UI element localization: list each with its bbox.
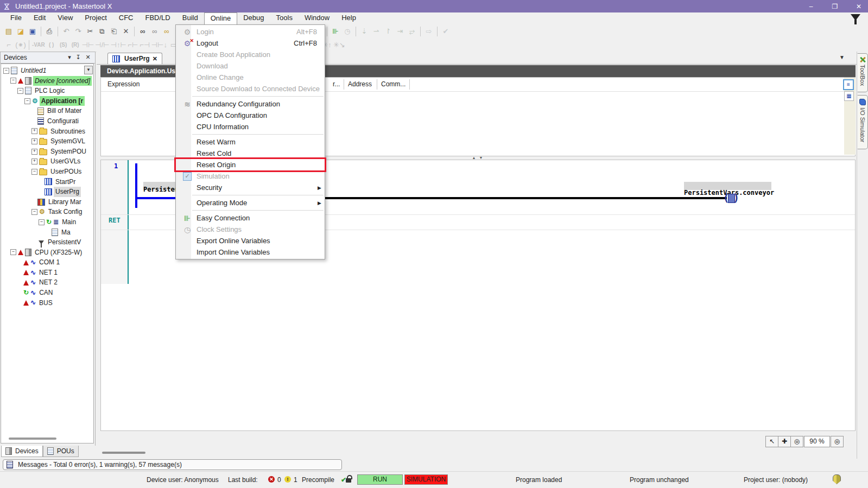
- tab-userprg[interactable]: UserPrg ✕: [107, 53, 162, 64]
- zoom-level-value[interactable]: 90 %: [804, 436, 830, 447]
- tree-item-systemgvl[interactable]: +SystemGVL: [1, 136, 93, 147]
- menu-view[interactable]: View: [52, 12, 79, 24]
- menu-item-reset-warm[interactable]: Reset Warm: [176, 136, 325, 148]
- filter-icon[interactable]: [851, 14, 860, 21]
- panel-menu-icon[interactable]: ▾: [66, 54, 73, 61]
- zoom-fit-button[interactable]: ◎: [831, 436, 844, 447]
- menu-item-export-online-variables[interactable]: Export Online Variables: [176, 235, 325, 246]
- tree-item-systempou[interactable]: +SystemPOU: [1, 147, 93, 157]
- redo-icon[interactable]: ↷: [73, 26, 84, 37]
- tab-close-icon[interactable]: ✕: [153, 55, 157, 62]
- menu-item-import-online-variables[interactable]: Import Online Variables: [176, 246, 325, 258]
- write-values-icon[interactable]: ✔: [440, 26, 451, 37]
- expander-icon[interactable]: −: [10, 249, 16, 255]
- menu-item-cpu-information[interactable]: CPU Information: [176, 121, 325, 132]
- assignment-icon[interactable]: -VAR: [32, 40, 45, 50]
- tree-item-userpous[interactable]: −UserPOUs: [1, 167, 93, 177]
- step-out-icon[interactable]: ↾: [383, 26, 394, 37]
- panel-close-icon[interactable]: ✕: [84, 54, 92, 61]
- rising-edge-contact-icon[interactable]: ⊣↑⊢: [111, 40, 126, 50]
- coil-symbol[interactable]: (): [723, 192, 739, 204]
- menu-help[interactable]: Help: [335, 12, 362, 24]
- expander-icon[interactable]: +: [31, 128, 37, 134]
- menu-debug[interactable]: Debug: [237, 12, 270, 24]
- menu-item-clock-settings[interactable]: ◷Clock Settings: [176, 224, 325, 235]
- expander-icon[interactable]: −: [31, 209, 37, 215]
- column-header-r[interactable]: r...: [333, 80, 340, 88]
- tree-item-subroutines[interactable]: +Subroutines: [1, 126, 93, 137]
- tab-list-dropdown[interactable]: ▼: [839, 54, 845, 60]
- next-statement-icon[interactable]: ⇨: [423, 26, 434, 37]
- menu-item-login[interactable]: ⚙LoginAlt+F8: [176, 26, 325, 37]
- messages-summary[interactable]: Messages - Total 0 error(s), 1 warning(s…: [3, 459, 342, 470]
- menu-item-opc-da-configuration[interactable]: OPC DA Configuration: [176, 110, 325, 121]
- restore-button[interactable]: ❐: [830, 3, 840, 10]
- cursor-tool-button[interactable]: ↖: [765, 436, 778, 447]
- expander-icon[interactable]: −: [39, 219, 45, 225]
- print-icon[interactable]: ⎙: [44, 26, 55, 37]
- column-header-comm[interactable]: Comm...: [381, 80, 406, 88]
- paste-icon[interactable]: ⎗: [109, 26, 119, 37]
- comment-icon[interactable]: (⁕): [15, 40, 26, 50]
- expander-icon[interactable]: −: [31, 169, 37, 175]
- network-icon[interactable]: ⌐: [3, 40, 14, 50]
- menu-item-redundancy-configuration[interactable]: ≋Redundancy Configuration: [176, 98, 325, 110]
- expander-icon[interactable]: +: [31, 159, 37, 164]
- tree-item-com-1[interactable]: ∿COM 1: [1, 257, 93, 268]
- menu-item-reset-cold[interactable]: Reset Cold: [176, 148, 325, 159]
- menu-tools[interactable]: Tools: [270, 12, 299, 24]
- step-over-icon[interactable]: ⇣: [359, 26, 370, 37]
- menu-item-create-boot-application[interactable]: Create Boot Application: [176, 49, 325, 60]
- editor-hscrollbar[interactable]: [102, 452, 145, 454]
- column-header-expression[interactable]: Expression: [107, 80, 140, 88]
- flow-control-icon[interactable]: ⥂: [407, 26, 417, 37]
- branch-end-icon[interactable]: ⌐⊣: [140, 40, 150, 50]
- view-list-button[interactable]: ≡: [843, 79, 854, 90]
- menu-item-easy-connection[interactable]: ⊪Easy Connection: [176, 212, 325, 224]
- menu-fbd-ld[interactable]: FBD/LD: [140, 12, 176, 24]
- clock-icon[interactable]: ◷: [342, 26, 353, 37]
- tree-item-task-config[interactable]: −⚙Task Config: [1, 207, 93, 217]
- minimize-button[interactable]: –: [806, 3, 816, 10]
- coil-icon[interactable]: ( ): [46, 40, 57, 50]
- tree-item-device-connected[interactable]: −Device [connected]: [1, 76, 93, 86]
- tab-io-simulator[interactable]: I/O Simulator: [857, 95, 868, 149]
- tree-item-can[interactable]: ↻∿CAN: [1, 288, 93, 298]
- close-button[interactable]: ✕: [854, 3, 864, 10]
- tab-pous[interactable]: POUs: [43, 446, 79, 457]
- menu-item-security[interactable]: Security▶: [176, 182, 325, 193]
- menu-item-operating-mode[interactable]: Operating Mode▶: [176, 197, 325, 208]
- expander-icon[interactable]: −: [10, 78, 16, 84]
- insert-below-icon[interactable]: ✳↘: [333, 40, 345, 50]
- menu-edit[interactable]: Edit: [28, 12, 52, 24]
- undo-icon[interactable]: ↶: [61, 26, 72, 37]
- step-into-icon[interactable]: ⇀: [371, 26, 382, 37]
- easy-connection-icon[interactable]: ⊪: [330, 26, 341, 37]
- find-replace-icon[interactable]: ∞: [161, 26, 172, 37]
- negated-contact-icon[interactable]: ⊣/⊢: [95, 40, 109, 50]
- find-next-icon[interactable]: ∞: [149, 26, 160, 37]
- tree-item-net-2[interactable]: ∿NET 2: [1, 277, 93, 288]
- run-to-cursor-icon[interactable]: ⇥: [395, 26, 406, 37]
- reset-coil-icon[interactable]: (R): [70, 40, 81, 50]
- menu-online[interactable]: Online: [204, 12, 238, 24]
- menu-item-reset-origin[interactable]: Reset Origin: [176, 159, 325, 170]
- new-project-icon[interactable]: ▤: [3, 26, 14, 37]
- tree-item-plc-logic[interactable]: −PLC Logic: [1, 86, 93, 96]
- project-dropdown-button[interactable]: ▼: [84, 66, 93, 74]
- save-project-icon[interactable]: ▣: [27, 26, 38, 37]
- menu-item-online-change[interactable]: Online Change: [176, 72, 325, 83]
- column-header-address[interactable]: Address: [348, 80, 372, 88]
- expander-icon[interactable]: −: [17, 88, 23, 94]
- branch-start-icon[interactable]: ⌐⊢: [128, 40, 138, 50]
- open-project-icon[interactable]: ◪: [15, 26, 26, 37]
- expander-icon[interactable]: −: [24, 98, 30, 104]
- tree-item-userprg[interactable]: UserPrg: [1, 187, 93, 197]
- menu-file[interactable]: File: [4, 12, 28, 24]
- tree-item-ma[interactable]: Ma: [1, 227, 93, 238]
- pin-icon[interactable]: ↧: [74, 54, 82, 61]
- tab-toolbox[interactable]: ToolBox: [857, 53, 868, 92]
- expander-icon[interactable]: +: [31, 138, 37, 144]
- contact-icon[interactable]: ⊣⊢: [82, 40, 94, 50]
- tree-item-bill-of-mater[interactable]: Bill of Mater: [1, 106, 93, 116]
